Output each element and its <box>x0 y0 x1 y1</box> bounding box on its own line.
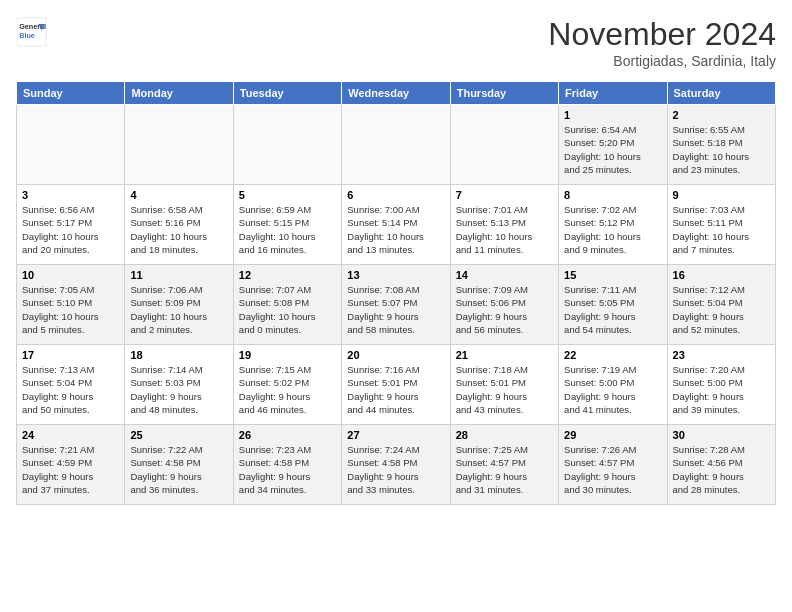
calendar-cell: 21Sunrise: 7:18 AM Sunset: 5:01 PM Dayli… <box>450 345 558 425</box>
day-number: 5 <box>239 189 336 201</box>
calendar-cell: 2Sunrise: 6:55 AM Sunset: 5:18 PM Daylig… <box>667 105 775 185</box>
weekday-header-tuesday: Tuesday <box>233 82 341 105</box>
day-number: 8 <box>564 189 661 201</box>
calendar-cell: 16Sunrise: 7:12 AM Sunset: 5:04 PM Dayli… <box>667 265 775 345</box>
day-info: Sunrise: 7:02 AM Sunset: 5:12 PM Dayligh… <box>564 203 661 256</box>
day-info: Sunrise: 7:18 AM Sunset: 5:01 PM Dayligh… <box>456 363 553 416</box>
logo: General Blue <box>16 16 48 48</box>
day-info: Sunrise: 7:16 AM Sunset: 5:01 PM Dayligh… <box>347 363 444 416</box>
day-number: 12 <box>239 269 336 281</box>
day-number: 14 <box>456 269 553 281</box>
day-info: Sunrise: 7:26 AM Sunset: 4:57 PM Dayligh… <box>564 443 661 496</box>
calendar-cell: 8Sunrise: 7:02 AM Sunset: 5:12 PM Daylig… <box>559 185 667 265</box>
calendar-cell: 23Sunrise: 7:20 AM Sunset: 5:00 PM Dayli… <box>667 345 775 425</box>
day-number: 18 <box>130 349 227 361</box>
calendar-cell <box>342 105 450 185</box>
calendar-cell <box>450 105 558 185</box>
weekday-header-monday: Monday <box>125 82 233 105</box>
day-number: 29 <box>564 429 661 441</box>
weekday-header-wednesday: Wednesday <box>342 82 450 105</box>
calendar-cell: 9Sunrise: 7:03 AM Sunset: 5:11 PM Daylig… <box>667 185 775 265</box>
day-number: 16 <box>673 269 770 281</box>
day-number: 24 <box>22 429 119 441</box>
calendar-cell: 4Sunrise: 6:58 AM Sunset: 5:16 PM Daylig… <box>125 185 233 265</box>
day-number: 6 <box>347 189 444 201</box>
day-number: 2 <box>673 109 770 121</box>
day-number: 23 <box>673 349 770 361</box>
calendar-cell <box>125 105 233 185</box>
day-number: 9 <box>673 189 770 201</box>
calendar-week-row: 10Sunrise: 7:05 AM Sunset: 5:10 PM Dayli… <box>17 265 776 345</box>
day-info: Sunrise: 7:23 AM Sunset: 4:58 PM Dayligh… <box>239 443 336 496</box>
calendar-cell: 22Sunrise: 7:19 AM Sunset: 5:00 PM Dayli… <box>559 345 667 425</box>
calendar-cell: 7Sunrise: 7:01 AM Sunset: 5:13 PM Daylig… <box>450 185 558 265</box>
day-info: Sunrise: 7:08 AM Sunset: 5:07 PM Dayligh… <box>347 283 444 336</box>
day-info: Sunrise: 6:59 AM Sunset: 5:15 PM Dayligh… <box>239 203 336 256</box>
calendar-week-row: 1Sunrise: 6:54 AM Sunset: 5:20 PM Daylig… <box>17 105 776 185</box>
calendar-cell: 25Sunrise: 7:22 AM Sunset: 4:58 PM Dayli… <box>125 425 233 505</box>
calendar-cell: 24Sunrise: 7:21 AM Sunset: 4:59 PM Dayli… <box>17 425 125 505</box>
calendar-week-row: 17Sunrise: 7:13 AM Sunset: 5:04 PM Dayli… <box>17 345 776 425</box>
day-info: Sunrise: 7:25 AM Sunset: 4:57 PM Dayligh… <box>456 443 553 496</box>
day-info: Sunrise: 7:05 AM Sunset: 5:10 PM Dayligh… <box>22 283 119 336</box>
day-info: Sunrise: 7:09 AM Sunset: 5:06 PM Dayligh… <box>456 283 553 336</box>
day-info: Sunrise: 7:20 AM Sunset: 5:00 PM Dayligh… <box>673 363 770 416</box>
day-number: 13 <box>347 269 444 281</box>
day-number: 25 <box>130 429 227 441</box>
day-info: Sunrise: 7:11 AM Sunset: 5:05 PM Dayligh… <box>564 283 661 336</box>
calendar-cell: 5Sunrise: 6:59 AM Sunset: 5:15 PM Daylig… <box>233 185 341 265</box>
day-info: Sunrise: 7:24 AM Sunset: 4:58 PM Dayligh… <box>347 443 444 496</box>
day-number: 11 <box>130 269 227 281</box>
calendar-table: SundayMondayTuesdayWednesdayThursdayFrid… <box>16 81 776 505</box>
day-number: 26 <box>239 429 336 441</box>
calendar-cell: 10Sunrise: 7:05 AM Sunset: 5:10 PM Dayli… <box>17 265 125 345</box>
day-number: 10 <box>22 269 119 281</box>
day-number: 15 <box>564 269 661 281</box>
day-info: Sunrise: 6:58 AM Sunset: 5:16 PM Dayligh… <box>130 203 227 256</box>
day-info: Sunrise: 7:15 AM Sunset: 5:02 PM Dayligh… <box>239 363 336 416</box>
calendar-cell: 26Sunrise: 7:23 AM Sunset: 4:58 PM Dayli… <box>233 425 341 505</box>
day-info: Sunrise: 6:54 AM Sunset: 5:20 PM Dayligh… <box>564 123 661 176</box>
calendar-cell: 11Sunrise: 7:06 AM Sunset: 5:09 PM Dayli… <box>125 265 233 345</box>
day-number: 27 <box>347 429 444 441</box>
day-number: 7 <box>456 189 553 201</box>
calendar-cell: 18Sunrise: 7:14 AM Sunset: 5:03 PM Dayli… <box>125 345 233 425</box>
calendar-cell: 27Sunrise: 7:24 AM Sunset: 4:58 PM Dayli… <box>342 425 450 505</box>
day-number: 20 <box>347 349 444 361</box>
day-number: 19 <box>239 349 336 361</box>
day-info: Sunrise: 7:01 AM Sunset: 5:13 PM Dayligh… <box>456 203 553 256</box>
day-info: Sunrise: 7:12 AM Sunset: 5:04 PM Dayligh… <box>673 283 770 336</box>
day-info: Sunrise: 7:22 AM Sunset: 4:58 PM Dayligh… <box>130 443 227 496</box>
calendar-cell: 28Sunrise: 7:25 AM Sunset: 4:57 PM Dayli… <box>450 425 558 505</box>
page-header: General Blue November 2024 Bortigiadas, … <box>16 16 776 69</box>
weekday-header-saturday: Saturday <box>667 82 775 105</box>
calendar-cell <box>233 105 341 185</box>
calendar-cell: 17Sunrise: 7:13 AM Sunset: 5:04 PM Dayli… <box>17 345 125 425</box>
day-number: 22 <box>564 349 661 361</box>
calendar-cell: 6Sunrise: 7:00 AM Sunset: 5:14 PM Daylig… <box>342 185 450 265</box>
day-number: 4 <box>130 189 227 201</box>
day-info: Sunrise: 7:19 AM Sunset: 5:00 PM Dayligh… <box>564 363 661 416</box>
location: Bortigiadas, Sardinia, Italy <box>548 53 776 69</box>
weekday-header-thursday: Thursday <box>450 82 558 105</box>
weekday-header-sunday: Sunday <box>17 82 125 105</box>
calendar-cell: 1Sunrise: 6:54 AM Sunset: 5:20 PM Daylig… <box>559 105 667 185</box>
day-number: 3 <box>22 189 119 201</box>
svg-text:Blue: Blue <box>19 31 35 40</box>
calendar-cell: 29Sunrise: 7:26 AM Sunset: 4:57 PM Dayli… <box>559 425 667 505</box>
month-title: November 2024 <box>548 16 776 53</box>
calendar-cell: 12Sunrise: 7:07 AM Sunset: 5:08 PM Dayli… <box>233 265 341 345</box>
day-info: Sunrise: 7:21 AM Sunset: 4:59 PM Dayligh… <box>22 443 119 496</box>
day-info: Sunrise: 7:06 AM Sunset: 5:09 PM Dayligh… <box>130 283 227 336</box>
weekday-header-row: SundayMondayTuesdayWednesdayThursdayFrid… <box>17 82 776 105</box>
weekday-header-friday: Friday <box>559 82 667 105</box>
day-number: 21 <box>456 349 553 361</box>
day-info: Sunrise: 6:55 AM Sunset: 5:18 PM Dayligh… <box>673 123 770 176</box>
day-info: Sunrise: 7:07 AM Sunset: 5:08 PM Dayligh… <box>239 283 336 336</box>
calendar-cell: 14Sunrise: 7:09 AM Sunset: 5:06 PM Dayli… <box>450 265 558 345</box>
day-number: 17 <box>22 349 119 361</box>
day-info: Sunrise: 7:00 AM Sunset: 5:14 PM Dayligh… <box>347 203 444 256</box>
title-block: November 2024 Bortigiadas, Sardinia, Ita… <box>548 16 776 69</box>
day-number: 1 <box>564 109 661 121</box>
calendar-cell: 19Sunrise: 7:15 AM Sunset: 5:02 PM Dayli… <box>233 345 341 425</box>
